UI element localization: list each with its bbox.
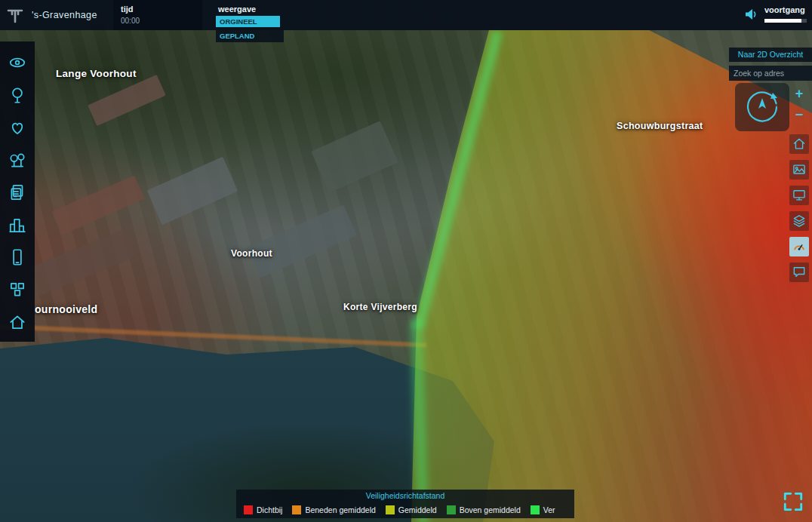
home-icon	[792, 137, 807, 152]
street-label: Lange Voorhout	[56, 68, 137, 79]
legend-swatch	[292, 505, 301, 514]
legend-label: Dichtbij	[257, 505, 282, 514]
legend-swatch	[244, 505, 253, 514]
heatmap-overlay-button[interactable]	[789, 237, 809, 256]
legend-item: Ver	[531, 505, 555, 514]
zoom-out-button[interactable]: −	[791, 107, 807, 124]
legend-item: Beneden gemiddeld	[292, 505, 375, 514]
zoom-in-button[interactable]: +	[791, 86, 807, 103]
documents-icon	[8, 183, 27, 202]
home-view-button[interactable]	[789, 134, 809, 154]
sidebar-tool-view[interactable]	[4, 48, 31, 78]
app-logo-icon[interactable]	[5, 5, 26, 26]
sidebar-tool-blocks[interactable]	[4, 275, 31, 305]
tree-icon	[8, 85, 27, 105]
legend-swatch	[386, 505, 395, 514]
address-search-input[interactable]	[729, 66, 812, 81]
legend-swatch	[531, 505, 540, 514]
fullscreen-icon	[782, 490, 804, 513]
time-value: 00:00	[121, 17, 140, 25]
buildings-icon	[8, 215, 27, 235]
blocks-icon	[8, 280, 27, 299]
view-dropdown-option-gepland[interactable]: GEPLAND	[216, 30, 284, 42]
sidebar-tool-forest[interactable]	[4, 145, 31, 175]
to-2d-overview-button[interactable]: Naar 2D Overzicht	[729, 48, 812, 62]
sidebar-tool-buildings[interactable]	[4, 210, 31, 240]
tool-sidebar	[0, 41, 35, 342]
layers-icon	[792, 213, 807, 229]
gauge-icon	[792, 239, 807, 254]
sidebar-tool-tree[interactable]	[4, 80, 31, 110]
legend-swatch	[447, 505, 456, 514]
speaker-icon[interactable]	[743, 6, 760, 23]
street-label: Voorhout	[231, 248, 272, 259]
monitor-icon	[792, 188, 807, 203]
city-name: 's-Gravenhage	[32, 10, 97, 20]
street-label: Korte Vijverberg	[343, 302, 417, 312]
progress-label: voortgang	[764, 5, 805, 14]
comment-icon	[792, 265, 807, 280]
time-panel: tijd 00:00	[113, 0, 202, 30]
safety-legend: Veiligheidsrichtafstand Dichtbij Beneden…	[236, 490, 574, 518]
time-label: tijd	[121, 5, 134, 14]
legend-label: Ver	[543, 505, 555, 514]
legend-items: Dichtbij Beneden gemiddeld Gemiddeld Bov…	[236, 502, 574, 518]
compass-icon	[742, 87, 783, 127]
address-search	[729, 66, 812, 81]
house-icon	[8, 312, 27, 332]
street-label: ournooiveld	[35, 303, 97, 315]
eye-icon	[8, 53, 27, 72]
map-option-stack	[789, 134, 809, 282]
screen-button[interactable]	[789, 186, 809, 205]
mobile-icon	[8, 247, 27, 267]
legend-label: Gemiddeld	[398, 505, 437, 514]
view-dropdown-selected[interactable]: ORGINEEL	[216, 16, 280, 27]
heart-icon	[8, 118, 27, 137]
snapshot-button[interactable]	[789, 160, 809, 180]
sidebar-tool-documents[interactable]	[4, 177, 31, 207]
layers-button[interactable]	[789, 211, 809, 231]
progress-bar-fill	[764, 19, 801, 23]
forest-icon	[8, 150, 27, 170]
view-label: weergave	[218, 5, 256, 14]
legend-item: Dichtbij	[244, 505, 282, 514]
legend-item: Gemiddeld	[386, 505, 437, 514]
sidebar-tool-mobile[interactable]	[4, 242, 31, 272]
sidebar-tool-livability[interactable]	[4, 112, 31, 143]
chat-button[interactable]	[789, 263, 809, 282]
fullscreen-button[interactable]	[782, 490, 804, 513]
legend-title: Veiligheidsrichtafstand	[236, 490, 574, 502]
legend-item: Boven gemiddeld	[447, 505, 521, 514]
compass-rotate-control[interactable]	[735, 83, 789, 131]
sidebar-tool-house[interactable]	[4, 307, 31, 337]
street-label: Schouwburgstraat	[617, 121, 703, 131]
progress-bar	[764, 19, 807, 23]
image-icon	[792, 162, 807, 177]
legend-label: Beneden gemiddeld	[305, 505, 375, 514]
top-bar: 's-Gravenhage tijd 00:00 weergave ORGINE…	[0, 0, 812, 30]
legend-label: Boven gemiddeld	[460, 505, 521, 514]
